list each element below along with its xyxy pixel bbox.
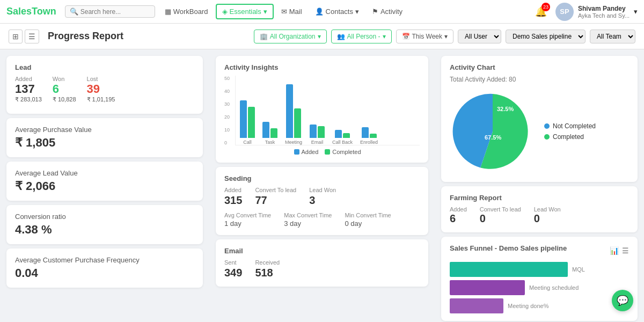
bar-email-completed [318, 126, 325, 138]
bar-enrolled-completed [370, 134, 377, 138]
funnel-row-mql: MQL [450, 262, 629, 277]
chat-fab[interactable]: 💬 [612, 290, 633, 311]
y-label-10: 10 [224, 127, 230, 133]
bar-email: Email [310, 125, 325, 145]
seeding-won-value: 3 [309, 194, 336, 207]
filter-all-organization[interactable]: 🏢 All Organization ▾ [254, 30, 327, 43]
seeding-added-value: 315 [224, 194, 242, 207]
nav-essentials[interactable]: ◈ Essentials ▾ [216, 4, 274, 19]
seeding-min-time: Min Convert Time 0 day [345, 212, 391, 228]
search-box[interactable]: 🔍 [65, 5, 155, 18]
search-input[interactable] [80, 8, 150, 16]
activity-insights-card: Activity Insights 50 40 30 20 10 0 [216, 56, 428, 163]
seeding-avg-time: Avg Convert Time 1 day [224, 212, 271, 228]
filter-all-user[interactable]: All User [458, 30, 501, 43]
email-sent-label: Sent [224, 259, 242, 266]
activity-nav-icon: ⚑ [372, 8, 378, 16]
farming-title: Farming Report [450, 194, 629, 202]
week-label: This Week [412, 33, 442, 40]
filter-sales-pipeline[interactable]: Demo Sales pipeline [506, 30, 586, 43]
funnel-icons: 📊 ☰ [610, 246, 629, 255]
seeding-avg-time-label: Avg Convert Time [224, 212, 271, 218]
nav-mail[interactable]: ✉ Mail [276, 5, 308, 18]
avatar: SP [555, 3, 574, 21]
contacts-dropdown-icon: ▾ [355, 8, 359, 16]
chart-container: 50 40 30 20 10 0 [224, 76, 420, 155]
pie-chart-wrap: 67.5% 32.5% Not Completed Completed [450, 89, 629, 174]
user-name: Shivam Pandey [578, 5, 630, 12]
avg-purchase-label: Average Purchase Value [15, 126, 194, 134]
seeding-card: Seeding Added 315 Convert To lead 77 Lea… [216, 167, 428, 235]
seeding-min-time-label: Min Convert Time [345, 212, 391, 218]
farming-convert-label: Convert To lead [480, 206, 521, 213]
brand-name-part2: Town [32, 6, 56, 17]
nav-contacts[interactable]: 👤 Contacts ▾ [310, 5, 364, 18]
filter-all-team[interactable]: All Team [590, 30, 635, 43]
lead-card: Lead Added 137 ₹ 283,013 Won 6 ₹ 10,828 … [6, 56, 203, 114]
mail-icon: ✉ [281, 8, 287, 16]
email-received-label: Received [255, 259, 280, 266]
email-card: Email Sent 349 Received 518 [216, 239, 428, 287]
nav-activity[interactable]: ⚑ Activity [367, 5, 408, 18]
essentials-icon: ◈ [222, 8, 228, 16]
pie-not-completed-label: Not Completed [553, 122, 596, 130]
brand-logo[interactable]: SalesTown [6, 6, 56, 17]
funnel-row-meeting-scheduled: Meeting scheduled [450, 280, 629, 295]
grid-view-button[interactable]: ⊞ [9, 30, 23, 43]
person-icon: 👥 [337, 33, 345, 40]
seeding-row2: Avg Convert Time 1 day Max Convert Time … [224, 212, 420, 228]
bar-enrolled-label: Enrolled [360, 140, 378, 145]
chat-icon: 💬 [617, 295, 628, 306]
bar-meeting-completed [294, 108, 301, 138]
pie-not-completed-item: Not Completed [544, 122, 596, 130]
bar-meeting-added [286, 84, 293, 138]
filter-this-week[interactable]: 📅 This Week ▾ [396, 30, 453, 43]
left-panel: Lead Added 137 ₹ 283,013 Won 6 ₹ 10,828 … [0, 49, 209, 322]
person-label: All Person - [347, 33, 380, 40]
activity-chart-subtitle: Total Activity Added: 80 [450, 76, 629, 83]
bar-chart-area: Call Task [235, 76, 420, 155]
email-received-value: 518 [255, 267, 280, 279]
search-icon: 🔍 [70, 8, 78, 16]
farming-added-label: Added [450, 206, 467, 213]
contacts-icon: 👤 [315, 8, 324, 16]
filter-all-person[interactable]: 👥 All Person - ▾ [331, 30, 392, 43]
avg-purchase-value: ₹ 1,805 [15, 136, 194, 150]
workboard-icon: ▦ [165, 8, 171, 16]
funnel-header: Sales Funnel - Demo Sales pipeline 📊 ☰ [450, 244, 629, 257]
bar-meeting: Meeting [285, 84, 302, 145]
lead-added-value: 137 [15, 82, 42, 96]
y-label-50: 50 [224, 76, 230, 81]
lead-added-label: Added [15, 76, 42, 82]
funnel-bar-mql [450, 262, 568, 277]
activity-insights-title: Activity Insights [224, 63, 420, 71]
y-label-20: 20 [224, 114, 230, 120]
lead-lost-amount: ₹ 1,01,195 [87, 96, 115, 103]
list-view-button[interactable]: ☰ [25, 30, 39, 43]
funnel-bar-meeting-scheduled [450, 280, 525, 295]
chart-icon[interactable]: 📊 [610, 246, 619, 255]
legend-completed: Completed [325, 149, 361, 155]
farming-won-value: 0 [534, 213, 561, 225]
seeding-won: Lead Won 3 [309, 187, 336, 207]
menu-icon[interactable]: ☰ [622, 246, 629, 255]
bar-task-label: Task [265, 140, 275, 145]
funnel-label-meeting-done: Meeting done% [508, 303, 548, 309]
seeding-avg-time-value: 1 day [224, 219, 271, 228]
bar-enrolled: Enrolled [360, 127, 378, 145]
lead-lost-value: 39 [87, 82, 115, 96]
seeding-max-time-value: 3 day [284, 219, 332, 228]
nav-workboard[interactable]: ▦ WorkBoard [159, 5, 214, 18]
conversion-card: Conversion ratio 4.38 % [6, 205, 203, 244]
view-icons: ⊞ ☰ [9, 30, 39, 43]
conversion-value: 4.38 % [15, 223, 194, 237]
user-profile[interactable]: SP Shivam Pandey Ayka Tech and Sy... ▾ [555, 3, 638, 21]
bar-callback-label: Call Back [332, 140, 353, 145]
workboard-label: WorkBoard [173, 8, 208, 16]
notification-bell[interactable]: 🔔 23 [535, 6, 547, 18]
org-label: All Organization [270, 33, 316, 40]
lead-lost-label: Lost [87, 76, 115, 82]
seeding-row1: Added 315 Convert To lead 77 Lead Won 3 [224, 187, 420, 207]
farming-stats: Added 6 Convert To lead 0 Lead Won 0 [450, 206, 629, 225]
legend-added-label: Added [302, 149, 319, 155]
